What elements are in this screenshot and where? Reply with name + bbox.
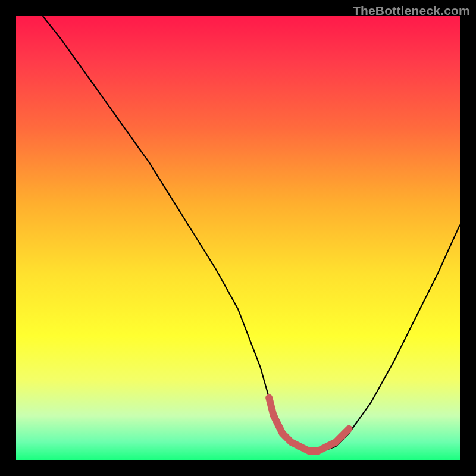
chart-container: TheBottleneck.com [0, 0, 476, 476]
watermark-text: TheBottleneck.com [353, 4, 470, 18]
chart-svg [16, 16, 460, 460]
bottleneck-curve [43, 16, 460, 451]
optimal-band [269, 398, 349, 452]
